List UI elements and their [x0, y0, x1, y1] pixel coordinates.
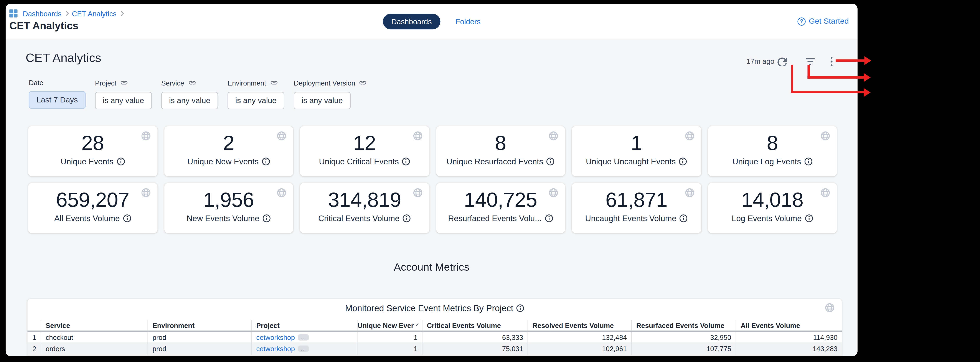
get-started-label: Get Started	[809, 17, 849, 25]
dashboard-area: CET Analytics 17m ago Date Last 7 Days P…	[6, 39, 858, 356]
info-icon[interactable]	[262, 157, 270, 165]
filter-environment-chip[interactable]: is any value	[228, 92, 285, 110]
project-link[interactable]: cetworkshop	[256, 333, 295, 341]
filter-project-chip[interactable]: is any value	[95, 92, 152, 110]
tab-dashboards[interactable]: Dashboards	[383, 14, 441, 29]
filter-environment: Environment is any value	[228, 79, 285, 110]
filter-deployment-version-chip[interactable]: is any value	[294, 92, 351, 110]
info-icon[interactable]	[804, 157, 812, 165]
kpi-tile-unique-resurfaced-events[interactable]: 8 Unique Resurfaced Events	[436, 126, 565, 176]
info-icon[interactable]	[679, 157, 687, 165]
col-project[interactable]: Project	[252, 320, 358, 330]
globe-icon	[277, 188, 286, 197]
cell-unique-new-events: 1	[358, 332, 423, 343]
kpi-label: All Events Volume	[54, 214, 120, 223]
kpi-label: Unique Resurfaced Events	[447, 157, 543, 166]
kpi-value: 314,819	[300, 189, 429, 211]
last-refreshed-label: 17m ago	[712, 57, 775, 65]
cell-project: cetworkshop …	[252, 343, 358, 355]
filter-date-chip[interactable]: Last 7 Days	[29, 91, 86, 109]
cell-service: orders	[41, 343, 148, 355]
dashboards-grid-icon[interactable]	[10, 10, 18, 18]
info-icon[interactable]	[679, 214, 687, 222]
link-icon	[270, 79, 278, 87]
kpi-label: New Events Volume	[187, 214, 259, 223]
kpi-tile-log-events-volume[interactable]: 14,018 Log Events Volume	[708, 183, 837, 233]
table-title: Monitored Service Event Metrics By Proje…	[345, 303, 514, 313]
filter-project-label: Project	[95, 79, 116, 87]
col-service[interactable]: Service	[41, 320, 148, 330]
info-icon[interactable]	[546, 157, 554, 165]
info-icon[interactable]	[805, 214, 813, 222]
info-icon[interactable]	[545, 214, 553, 222]
kpi-label: Unique New Events	[187, 157, 259, 166]
breadcrumb-cet-analytics[interactable]: CET Analytics	[72, 10, 116, 17]
breadcrumb-dashboards[interactable]: Dashboards	[23, 10, 62, 17]
filter-service-label: Service	[161, 79, 184, 87]
info-icon[interactable]	[262, 214, 270, 222]
col-environment[interactable]: Environment	[148, 320, 252, 330]
kpi-tile-new-events-volume[interactable]: 1,956 New Events Volume	[164, 183, 293, 233]
kpi-tile-unique-critical-events[interactable]: 12 Unique Critical Events	[300, 126, 429, 176]
get-started-button[interactable]: ? Get Started	[798, 17, 849, 25]
ellipsis-menu-icon[interactable]: …	[298, 346, 309, 352]
kpi-value: 12	[300, 132, 429, 154]
kpi-tile-unique-log-events[interactable]: 8 Unique Log Events	[708, 126, 837, 176]
col-resurfaced-events-volume[interactable]: Resurfaced Events Volume	[632, 320, 736, 330]
kpi-tile-resurfaced-events-volume[interactable]: 140,725 Resurfaced Events Volu...	[436, 183, 565, 233]
filter-date-label: Date	[29, 79, 43, 86]
info-icon[interactable]	[123, 214, 131, 222]
kpi-label: Resurfaced Events Volu...	[448, 214, 542, 223]
filter-service: Service is any value	[161, 79, 218, 110]
kpi-value: 14,018	[708, 189, 837, 211]
cell-environment: prod	[148, 332, 252, 343]
cell-resurfaced-events-volume: 32,950	[632, 332, 736, 343]
filter-date: Date Last 7 Days	[29, 79, 86, 109]
kpi-label: Log Events Volume	[732, 214, 802, 223]
col-unique-new-events[interactable]: Unique New Ever	[358, 320, 423, 330]
kpi-tile-all-events-volume[interactable]: 659,207 All Events Volume	[28, 183, 157, 233]
info-icon[interactable]	[402, 157, 410, 165]
globe-icon	[141, 131, 150, 141]
globe-icon	[821, 188, 830, 197]
kpi-label: Unique Events	[60, 157, 113, 166]
kpi-tile-unique-new-events[interactable]: 2 Unique New Events	[164, 126, 293, 176]
cell-environment: prod	[148, 343, 252, 355]
app-window: Dashboards CET Analytics CET Analytics D…	[6, 4, 858, 356]
cell-resolved-events-volume: 132,484	[528, 332, 632, 343]
kebab-menu-icon[interactable]	[830, 57, 833, 66]
refresh-icon[interactable]	[777, 56, 787, 66]
col-critical-events-volume[interactable]: Critical Events Volume	[423, 320, 528, 330]
info-icon[interactable]	[517, 304, 524, 312]
filter-icon[interactable]	[806, 57, 815, 65]
kpi-label: Unique Critical Events	[319, 157, 399, 166]
col-resolved-events-volume[interactable]: Resolved Events Volume	[528, 320, 632, 330]
row-number: 1	[27, 332, 41, 343]
cell-all-events-volume: 143,283	[736, 343, 842, 355]
info-icon[interactable]	[403, 214, 411, 222]
table-row: 2 orders prod cetworkshop … 1 75,031 102…	[27, 343, 842, 355]
kpi-tile-unique-uncaught-events[interactable]: 1 Unique Uncaught Events	[572, 126, 701, 176]
cell-unique-new-events: 1	[358, 343, 423, 355]
table-card-monitored-service-metrics: Monitored Service Event Metrics By Proje…	[27, 298, 842, 356]
kpi-label: Uncaught Events Volume	[585, 214, 676, 223]
kpi-value: 8	[708, 132, 837, 154]
kpi-label: Critical Events Volume	[318, 214, 399, 223]
kpi-tile-critical-events-volume[interactable]: 314,819 Critical Events Volume	[300, 183, 429, 233]
kpi-tile-unique-events[interactable]: 28 Unique Events	[28, 126, 157, 176]
col-all-events-volume[interactable]: All Events Volume	[736, 320, 842, 330]
col-unique-new-events-label: Unique New Ever	[358, 321, 414, 329]
tab-folders[interactable]: Folders	[455, 17, 480, 26]
project-link[interactable]: cetworkshop	[256, 345, 295, 352]
globe-icon	[141, 188, 150, 197]
cell-service: checkout	[41, 332, 148, 343]
kpi-label: Unique Log Events	[732, 157, 801, 166]
filter-service-chip[interactable]: is any value	[161, 92, 218, 110]
kpi-tile-uncaught-events-volume[interactable]: 61,871 Uncaught Events Volume	[572, 183, 701, 233]
ellipsis-menu-icon[interactable]: …	[298, 334, 309, 340]
kpi-label: Unique Uncaught Events	[586, 157, 676, 166]
info-icon[interactable]	[116, 157, 125, 165]
cell-resurfaced-events-volume: 107,775	[632, 343, 736, 355]
table-row: 1 checkout prod cetworkshop … 1 63,333 1…	[27, 332, 842, 343]
cell-all-events-volume: 114,930	[736, 332, 842, 343]
